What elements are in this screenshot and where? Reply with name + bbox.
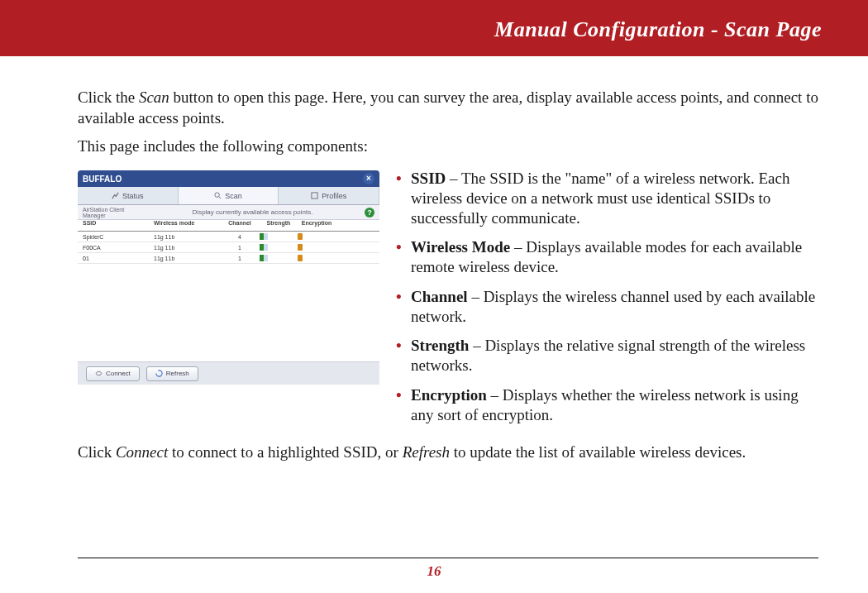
col-strength: Strength: [260, 220, 298, 231]
cell-channel: 4: [220, 234, 260, 240]
refresh-icon: [155, 370, 163, 377]
connect-button[interactable]: Connect: [86, 366, 140, 381]
search-icon: [214, 192, 222, 199]
closing-i2: Refresh: [403, 443, 450, 461]
cell-ssid: F00CA: [78, 245, 154, 251]
cell-strength: [260, 233, 298, 240]
bullet-text: Strength – Displays the relative signal …: [411, 336, 818, 375]
bullet-icon: •: [396, 287, 411, 327]
bullet-desc: – Displays the wireless channel used by …: [411, 288, 815, 325]
cell-mode: 11g 11b: [154, 256, 220, 261]
bullet-icon: •: [396, 385, 411, 425]
help-icon[interactable]: ?: [365, 208, 374, 218]
bullet-icon: •: [396, 169, 411, 227]
list-item: • SSID – The SSID is the "name" of a wir…: [396, 169, 818, 227]
bullet-desc: – Displays the relative signal strength …: [411, 337, 805, 374]
screenshot-subbar: AirStation Client Manager Display curren…: [78, 205, 379, 220]
subbar-text: Display currently available access point…: [193, 208, 313, 216]
connect-icon: [95, 370, 103, 377]
cell-strength: [260, 255, 298, 261]
cell-encryption: [298, 233, 336, 240]
connect-button-label: Connect: [106, 367, 131, 380]
strength-bar-icon: [260, 233, 268, 240]
header-band: Manual Configuration - Scan Page: [0, 0, 868, 56]
closing-p2: to connect to a highlighted SSID, or: [168, 443, 402, 461]
table-row[interactable]: F00CA 11g 11b 1: [78, 242, 379, 253]
cell-mode: 11g 11b: [154, 234, 220, 240]
bullet-text: Encryption – Displays whether the wirele…: [411, 385, 818, 425]
content: Click the Scan button to open this page.…: [0, 56, 868, 463]
cell-encryption: [298, 244, 336, 251]
table-empty-space: [78, 264, 379, 361]
status-icon: [112, 192, 119, 199]
intro-scan-word: Scan: [139, 88, 169, 106]
bullet-text: Channel – Displays the wireless channel …: [411, 287, 818, 327]
table-row[interactable]: SpiderC 11g 11b 4: [78, 232, 379, 242]
tab-status[interactable]: Status: [78, 187, 179, 204]
screenshot-titlebar: BUFFALO ×: [78, 170, 379, 187]
closing-p1: Click: [78, 443, 116, 461]
bullet-text: Wireless Mode – Displays available modes…: [411, 237, 818, 277]
bullet-icon: •: [396, 237, 411, 277]
bullet-term: Wireless Mode: [411, 238, 510, 256]
svg-line-1: [219, 196, 222, 198]
tab-scan-label: Scan: [225, 192, 242, 200]
list-item: • Channel – Displays the wireless channe…: [396, 287, 818, 327]
table-header-row: SSID Wireless mode Channel Strength Encr…: [78, 220, 379, 232]
strength-bar-icon: [260, 255, 268, 261]
cell-channel: 1: [220, 245, 260, 251]
cell-strength: [260, 244, 298, 251]
bullet-desc: – The SSID is the "name" of a wireless n…: [411, 170, 789, 227]
tab-profiles-label: Profiles: [322, 192, 346, 200]
svg-rect-2: [312, 193, 317, 198]
bullet-text: SSID – The SSID is the "name" of a wirel…: [411, 169, 818, 227]
page-title: Manual Configuration - Scan Page: [494, 17, 822, 42]
table-row[interactable]: 01 11g 11b 1: [78, 253, 379, 264]
strength-bar-icon: [260, 244, 268, 251]
closing-paragraph: Click Connect to connect to a highlighte…: [78, 442, 818, 463]
cell-encryption: [298, 255, 336, 261]
col-channel: Channel: [220, 220, 260, 231]
refresh-button[interactable]: Refresh: [146, 366, 198, 381]
subbar-left: AirStation Client Manager: [83, 207, 141, 218]
bullet-icon: •: [396, 336, 411, 375]
tab-profiles[interactable]: Profiles: [279, 187, 379, 204]
body-row: BUFFALO × Status Scan Profiles AirStati: [78, 169, 818, 434]
col-encryption: Encryption: [298, 220, 336, 231]
bullet-term: SSID: [411, 170, 446, 187]
intro-paragraph: Click the Scan button to open this page.…: [78, 88, 818, 128]
intro-post: button to open this page. Here, you can …: [78, 88, 818, 127]
bullet-list: • SSID – The SSID is the "name" of a wir…: [396, 169, 818, 434]
bullet-term: Channel: [411, 288, 468, 305]
cell-ssid: SpiderC: [78, 234, 154, 240]
tab-scan[interactable]: Scan: [179, 187, 279, 204]
close-icon[interactable]: ×: [363, 173, 374, 184]
closing-p3: to update the list of available wireless…: [450, 443, 746, 461]
cell-channel: 1: [220, 256, 260, 261]
bullet-term: Encryption: [411, 386, 487, 404]
col-mode: Wireless mode: [154, 220, 220, 231]
bullet-term: Strength: [411, 337, 469, 354]
footer-rule: [78, 557, 818, 558]
cell-ssid: 01: [78, 256, 154, 261]
profiles-icon: [311, 192, 318, 199]
cell-mode: 11g 11b: [154, 245, 220, 251]
tab-status-label: Status: [122, 192, 144, 200]
closing-i1: Connect: [116, 443, 168, 461]
brand-label: BUFFALO: [83, 175, 122, 184]
lock-icon: [298, 233, 303, 240]
screenshot: BUFFALO × Status Scan Profiles AirStati: [78, 170, 379, 394]
intro-paragraph-2: This page includes the following compone…: [78, 136, 818, 157]
lock-icon: [298, 255, 303, 261]
page-number: 16: [0, 563, 868, 580]
list-item: • Strength – Displays the relative signa…: [396, 336, 818, 375]
intro-pre: Click the: [78, 88, 139, 106]
lock-icon: [298, 244, 303, 251]
col-ssid: SSID: [78, 220, 154, 231]
list-item: • Wireless Mode – Displays available mod…: [396, 237, 818, 277]
screenshot-footer: Connect Refresh: [78, 361, 379, 385]
screenshot-tabs: Status Scan Profiles: [78, 187, 379, 205]
refresh-button-label: Refresh: [166, 367, 189, 380]
list-item: • Encryption – Displays whether the wire…: [396, 385, 818, 425]
